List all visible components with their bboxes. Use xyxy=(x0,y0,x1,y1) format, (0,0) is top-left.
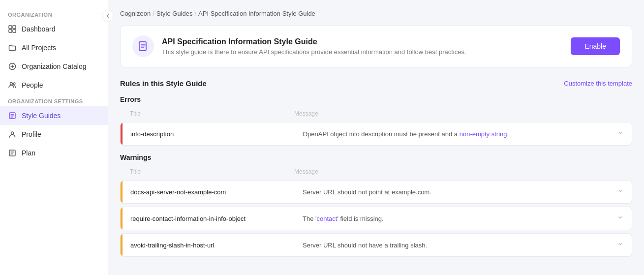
catalog-icon xyxy=(8,62,17,71)
warnings-col-headers: Title Message xyxy=(120,166,632,177)
breadcrumb-org[interactable]: Cognizeon xyxy=(120,10,151,17)
style-guide-title: API Specification Information Style Guid… xyxy=(162,37,563,46)
sidebar-section-org-settings: Organization Settings xyxy=(0,94,108,106)
warning-chevron-1[interactable] xyxy=(609,181,632,203)
style-guide-icon xyxy=(132,35,154,57)
svg-rect-2 xyxy=(9,30,12,32)
plan-icon xyxy=(8,149,17,157)
warning-title-require-contact: require-contact-information-in-info-obje… xyxy=(123,208,295,229)
error-title-info-description: info-description xyxy=(123,123,295,145)
breadcrumb: Cognizeon / Style Guides / API Specifica… xyxy=(120,10,632,17)
people-icon xyxy=(8,81,17,90)
warnings-label: Warnings xyxy=(120,153,632,161)
customize-template-link[interactable]: Customize this template xyxy=(564,80,632,87)
sidebar-item-people[interactable]: People xyxy=(0,76,108,94)
rules-section-title: Rules in this Style Guide xyxy=(120,79,207,88)
list-icon xyxy=(8,111,17,120)
warning-chevron-2[interactable] xyxy=(609,207,632,230)
contact-highlight: contact xyxy=(317,215,337,222)
breadcrumb-sep-1: / xyxy=(153,10,154,17)
sidebar-item-org-catalog-label: Organization Catalog xyxy=(22,62,87,70)
sidebar-item-people-label: People xyxy=(22,81,43,89)
sidebar-item-plan-label: Plan xyxy=(22,149,35,157)
svg-point-5 xyxy=(10,83,13,85)
sidebar: Organization Dashboard All Projects Or xyxy=(0,0,108,275)
error-msg-info-description: OpenAPI object info description must be … xyxy=(295,123,609,145)
grid-icon xyxy=(8,25,17,33)
sidebar-item-dashboard-label: Dashboard xyxy=(22,25,56,33)
svg-rect-1 xyxy=(13,26,16,29)
svg-rect-9 xyxy=(9,150,15,156)
folder-icon xyxy=(8,43,17,52)
warning-row-avoid-trailing-slash[interactable]: avoid-trailing-slash-in-host-url Server … xyxy=(120,233,632,257)
svg-rect-0 xyxy=(9,26,12,29)
errors-col-headers: Title Message xyxy=(120,108,632,119)
warning-row-docs-api-server[interactable]: docs-api-server-not-example-com Server U… xyxy=(120,180,632,204)
warning-msg-docs-api-server: Server URL should not point at example.c… xyxy=(295,182,609,203)
warning-title-docs-api-server: docs-api-server-not-example-com xyxy=(123,182,295,203)
style-guide-card: API Specification Information Style Guid… xyxy=(120,25,632,67)
sidebar-toggle[interactable] xyxy=(102,10,114,22)
sidebar-section-organization: Organization xyxy=(0,8,108,20)
warning-title-avoid-trailing-slash: avoid-trailing-slash-in-host-url xyxy=(123,235,295,256)
errors-col-message: Message xyxy=(294,110,632,117)
error-row-info-description[interactable]: info-description OpenAPI object info des… xyxy=(120,122,632,146)
style-guide-info: API Specification Information Style Guid… xyxy=(162,37,563,56)
style-guide-description: This style guide is there to ensure API … xyxy=(162,48,563,56)
breadcrumb-current: API Specification Information Style Guid… xyxy=(198,10,315,17)
sidebar-item-style-guides-label: Style Guides xyxy=(22,112,61,120)
sidebar-item-all-projects-label: All Projects xyxy=(22,44,56,52)
error-chevron[interactable] xyxy=(609,122,632,145)
warnings-col-title: Title xyxy=(120,168,294,175)
warning-msg-require-contact: The 'contact' field is missing. xyxy=(295,208,609,229)
svg-point-6 xyxy=(13,83,15,85)
sidebar-item-org-catalog[interactable]: Organization Catalog xyxy=(0,57,108,76)
errors-label: Errors xyxy=(120,95,632,103)
enable-button[interactable]: Enable xyxy=(571,37,620,55)
breadcrumb-sep-2: / xyxy=(194,10,196,17)
sidebar-item-style-guides[interactable]: Style Guides xyxy=(0,106,108,125)
sidebar-item-all-projects[interactable]: All Projects xyxy=(0,38,108,57)
main-content: Cognizeon / Style Guides / API Specifica… xyxy=(108,0,644,275)
errors-col-title: Title xyxy=(120,110,294,117)
warnings-col-message: Message xyxy=(294,168,632,175)
sidebar-item-plan[interactable]: Plan xyxy=(0,144,108,162)
rules-header: Rules in this Style Guide Customize this… xyxy=(120,79,632,88)
warning-row-require-contact[interactable]: require-contact-information-in-info-obje… xyxy=(120,207,632,230)
warning-msg-avoid-trailing-slash: Server URL should not have a trailing sl… xyxy=(295,235,609,256)
warning-chevron-3[interactable] xyxy=(609,234,632,256)
sidebar-item-profile-label: Profile xyxy=(22,130,41,138)
highlight-span: non-empty string xyxy=(460,130,507,138)
person-icon xyxy=(8,130,17,139)
svg-rect-3 xyxy=(13,30,16,32)
svg-point-8 xyxy=(11,132,14,134)
sidebar-item-profile[interactable]: Profile xyxy=(0,125,108,144)
sidebar-item-dashboard[interactable]: Dashboard xyxy=(0,20,108,38)
breadcrumb-style-guides[interactable]: Style Guides xyxy=(156,10,193,17)
